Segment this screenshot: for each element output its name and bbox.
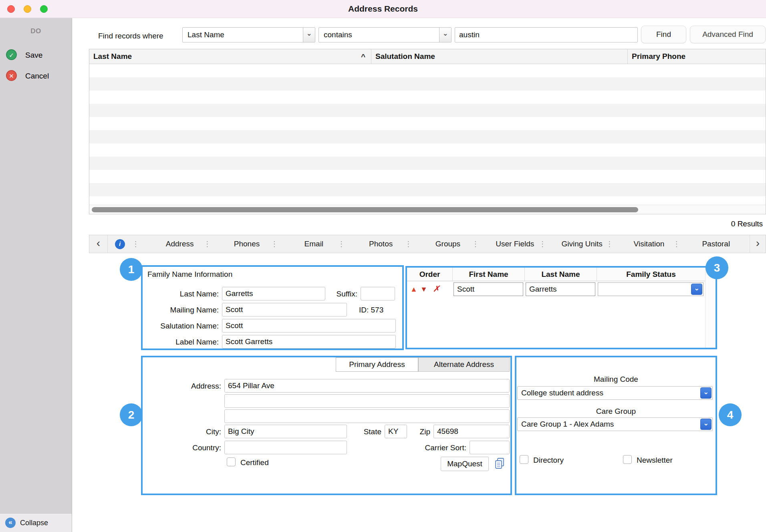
tab-label: Address [166, 240, 194, 248]
tabs-scroll-left-button[interactable]: ‹ [89, 235, 108, 253]
mailing-code-label: Mailing Code [516, 375, 716, 384]
copy-address-icon[interactable] [494, 457, 506, 470]
tab-groups[interactable]: Groups ⋮ [414, 235, 481, 253]
tab-giving-units[interactable]: Giving Units ⋮ [548, 235, 615, 253]
zip-input[interactable] [433, 425, 510, 438]
advanced-find-button[interactable]: Advanced Find [690, 26, 766, 43]
members-column-first-name: First Name [453, 268, 525, 281]
state-input[interactable] [385, 425, 407, 438]
tab-address[interactable]: Address ⋮ [146, 235, 213, 253]
search-field-dropdown[interactable]: Last Name ⌄ [182, 27, 315, 42]
annotation-badge-3: 3 [706, 256, 728, 279]
tab-visitation[interactable]: Visitation ⋮ [615, 235, 682, 253]
member-first-name-cell: Scott [453, 281, 525, 298]
tab-info[interactable]: i ⋮ [108, 235, 146, 253]
tab-label: Giving Units [561, 240, 602, 248]
city-input[interactable] [224, 425, 347, 438]
find-records-label: Find records where [98, 32, 163, 40]
mailing-name-label: Mailing Name: [143, 306, 219, 314]
tab-phones[interactable]: Phones ⋮ [213, 235, 280, 253]
member-last-name-input[interactable]: Garretts [526, 282, 595, 296]
label-name-input[interactable] [222, 335, 396, 349]
column-label: Salutation Name [375, 52, 435, 60]
tab-label: Email [304, 240, 324, 248]
directory-checkbox[interactable] [520, 455, 528, 464]
country-label: Country: [143, 443, 221, 452]
address-line3-input[interactable] [224, 409, 510, 423]
column-header-salutation-name[interactable]: Salutation Name [371, 49, 627, 64]
sidebar-header: DO [0, 27, 72, 35]
mailing-name-input[interactable] [222, 303, 347, 316]
drag-handle-icon: ⋮ [472, 240, 479, 248]
scrollbar-thumb[interactable] [92, 207, 638, 212]
column-header-last-name[interactable]: Last Name ^ [89, 49, 371, 64]
collapse-chevrons-icon: « [5, 518, 16, 528]
cancel-label: Cancel [25, 72, 49, 81]
member-first-name-input[interactable]: Scott [454, 282, 523, 296]
newsletter-checkbox[interactable] [623, 455, 632, 464]
drag-handle-icon: ⋮ [405, 240, 412, 248]
delete-member-icon[interactable]: ✗ [433, 284, 440, 293]
state-label: State [351, 427, 381, 436]
tab-label: Pastoral [702, 240, 730, 248]
collapse-sidebar-button[interactable]: « Collapse [0, 513, 72, 532]
care-group-value: Care Group 1 - Alex Adams [518, 418, 712, 431]
tab-pastoral[interactable]: Pastoral [683, 235, 750, 253]
chevron-down-icon[interactable]: ⌄ [691, 284, 702, 295]
chevron-down-icon[interactable]: ⌄ [700, 419, 712, 430]
care-group-dropdown[interactable]: Care Group 1 - Alex Adams ⌄ [517, 417, 713, 431]
address-panel: Primary Address Alternate Address Addres… [141, 356, 512, 495]
chevron-down-icon[interactable]: ⌄ [700, 387, 712, 399]
address-line1-input[interactable] [224, 379, 510, 393]
zoom-window-button[interactable] [40, 5, 48, 13]
mailing-code-dropdown[interactable]: College student address ⌄ [517, 386, 713, 400]
search-query-input[interactable] [455, 27, 638, 42]
find-button[interactable]: Find [641, 26, 686, 43]
close-window-button[interactable] [7, 5, 15, 13]
app-window: Address Records DO ✓ Save ✕ Cancel « Col… [0, 0, 766, 532]
members-column-last-name: Last Name [525, 268, 597, 281]
column-label: Last Name [93, 52, 132, 60]
drag-handle-icon: ⋮ [204, 240, 211, 248]
record-tab-bar: ‹ i ⋮ Address ⋮ Phones ⋮ Email ⋮ Photos … [89, 235, 766, 253]
tab-photos[interactable]: Photos ⋮ [347, 235, 414, 253]
tab-primary-address[interactable]: Primary Address [336, 357, 418, 372]
column-header-primary-phone[interactable]: Primary Phone [627, 49, 766, 64]
search-operator-dropdown[interactable]: contains ⌄ [318, 27, 452, 42]
carrier-sort-input[interactable] [470, 441, 510, 454]
city-label: City: [143, 427, 221, 436]
tab-alternate-address[interactable]: Alternate Address [418, 357, 510, 372]
salutation-name-input[interactable] [222, 319, 396, 332]
move-down-icon[interactable]: ▼ [420, 285, 427, 293]
certified-checkbox[interactable] [227, 457, 236, 466]
horizontal-scrollbar[interactable] [89, 205, 766, 214]
tab-label: Groups [435, 240, 460, 248]
minimize-window-button[interactable] [24, 5, 31, 13]
tabs-scroll-right-button[interactable]: › [750, 235, 766, 253]
family-status-dropdown[interactable]: ⌄ [598, 282, 704, 296]
chevron-down-icon: ⌄ [303, 28, 315, 42]
tab-user-fields[interactable]: User Fields ⋮ [482, 235, 548, 253]
carrier-sort-label: Carrier Sort: [383, 443, 466, 452]
country-input[interactable] [224, 441, 347, 454]
salutation-name-label: Salutation Name: [143, 322, 219, 330]
sidebar: DO ✓ Save ✕ Cancel « Collapse [0, 18, 72, 532]
cancel-button[interactable]: ✕ Cancel [0, 68, 72, 84]
annotation-badge-1: 1 [120, 258, 143, 281]
codes-panel: Mailing Code College student address ⌄ C… [515, 356, 717, 495]
last-name-input[interactable] [222, 287, 325, 300]
tab-email[interactable]: Email ⋮ [280, 235, 347, 253]
search-operator-value: contains [324, 28, 352, 42]
collapse-label: Collapse [20, 519, 48, 527]
suffix-input[interactable] [361, 287, 395, 300]
window-title: Address Records [0, 0, 766, 18]
annotation-badge-4: 4 [719, 403, 742, 426]
mapquest-button[interactable]: MapQuest [441, 457, 489, 471]
save-button[interactable]: ✓ Save [0, 47, 72, 63]
move-up-icon[interactable]: ▲ [410, 285, 417, 293]
address-line2-input[interactable] [224, 394, 510, 408]
label-name-label: Label Name: [143, 338, 219, 347]
chevron-down-icon: ⌄ [439, 28, 451, 42]
drag-handle-icon: ⋮ [338, 240, 345, 248]
member-last-name-cell: Garretts [525, 281, 597, 298]
